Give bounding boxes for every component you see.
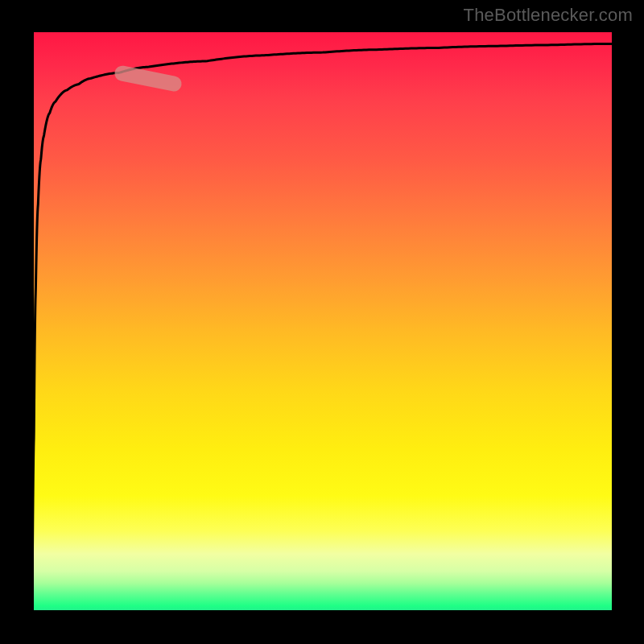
chart-stage: TheBottlenecker.com <box>0 0 644 644</box>
curve-marker <box>114 64 184 93</box>
watermark-label: TheBottlenecker.com <box>464 5 633 26</box>
bottleneck-curve <box>32 43 612 612</box>
curve-svg <box>32 32 612 612</box>
plot-area <box>32 32 612 612</box>
